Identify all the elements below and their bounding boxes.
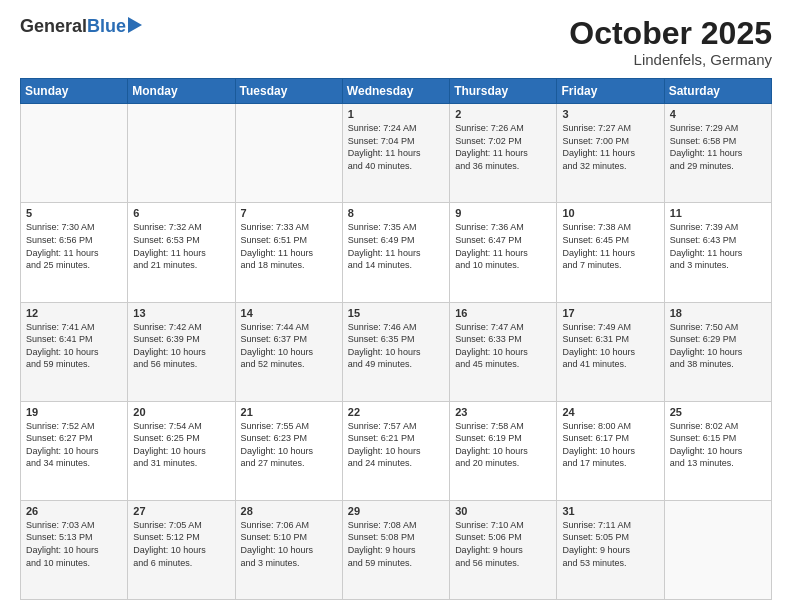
- calendar-cell: 28Sunrise: 7:06 AM Sunset: 5:10 PM Dayli…: [235, 500, 342, 599]
- day-number: 30: [455, 505, 551, 517]
- day-info: Sunrise: 7:41 AM Sunset: 6:41 PM Dayligh…: [26, 321, 122, 371]
- day-number: 31: [562, 505, 658, 517]
- calendar-dow-thursday: Thursday: [450, 79, 557, 104]
- calendar-cell: 10Sunrise: 7:38 AM Sunset: 6:45 PM Dayli…: [557, 203, 664, 302]
- calendar-cell: 30Sunrise: 7:10 AM Sunset: 5:06 PM Dayli…: [450, 500, 557, 599]
- day-number: 29: [348, 505, 444, 517]
- day-info: Sunrise: 7:36 AM Sunset: 6:47 PM Dayligh…: [455, 221, 551, 271]
- day-number: 20: [133, 406, 229, 418]
- day-number: 3: [562, 108, 658, 120]
- day-info: Sunrise: 7:52 AM Sunset: 6:27 PM Dayligh…: [26, 420, 122, 470]
- calendar-header-row: SundayMondayTuesdayWednesdayThursdayFrid…: [21, 79, 772, 104]
- calendar-week-3: 12Sunrise: 7:41 AM Sunset: 6:41 PM Dayli…: [21, 302, 772, 401]
- calendar-week-1: 1Sunrise: 7:24 AM Sunset: 7:04 PM Daylig…: [21, 104, 772, 203]
- calendar-cell: 7Sunrise: 7:33 AM Sunset: 6:51 PM Daylig…: [235, 203, 342, 302]
- day-info: Sunrise: 7:42 AM Sunset: 6:39 PM Dayligh…: [133, 321, 229, 371]
- calendar-dow-saturday: Saturday: [664, 79, 771, 104]
- day-info: Sunrise: 7:55 AM Sunset: 6:23 PM Dayligh…: [241, 420, 337, 470]
- day-info: Sunrise: 7:32 AM Sunset: 6:53 PM Dayligh…: [133, 221, 229, 271]
- day-number: 1: [348, 108, 444, 120]
- day-info: Sunrise: 7:10 AM Sunset: 5:06 PM Dayligh…: [455, 519, 551, 569]
- calendar-dow-sunday: Sunday: [21, 79, 128, 104]
- calendar-cell: 1Sunrise: 7:24 AM Sunset: 7:04 PM Daylig…: [342, 104, 449, 203]
- day-number: 12: [26, 307, 122, 319]
- day-number: 8: [348, 207, 444, 219]
- header: General Blue October 2025 Lindenfels, Ge…: [20, 16, 772, 68]
- calendar-cell: 20Sunrise: 7:54 AM Sunset: 6:25 PM Dayli…: [128, 401, 235, 500]
- day-number: 25: [670, 406, 766, 418]
- calendar-cell: [21, 104, 128, 203]
- calendar-cell: 6Sunrise: 7:32 AM Sunset: 6:53 PM Daylig…: [128, 203, 235, 302]
- calendar-cell: 16Sunrise: 7:47 AM Sunset: 6:33 PM Dayli…: [450, 302, 557, 401]
- day-number: 26: [26, 505, 122, 517]
- calendar-week-4: 19Sunrise: 7:52 AM Sunset: 6:27 PM Dayli…: [21, 401, 772, 500]
- day-info: Sunrise: 7:47 AM Sunset: 6:33 PM Dayligh…: [455, 321, 551, 371]
- calendar-cell: 12Sunrise: 7:41 AM Sunset: 6:41 PM Dayli…: [21, 302, 128, 401]
- day-number: 4: [670, 108, 766, 120]
- day-info: Sunrise: 7:39 AM Sunset: 6:43 PM Dayligh…: [670, 221, 766, 271]
- day-number: 7: [241, 207, 337, 219]
- day-number: 11: [670, 207, 766, 219]
- day-number: 21: [241, 406, 337, 418]
- calendar-cell: 19Sunrise: 7:52 AM Sunset: 6:27 PM Dayli…: [21, 401, 128, 500]
- calendar-cell: 24Sunrise: 8:00 AM Sunset: 6:17 PM Dayli…: [557, 401, 664, 500]
- logo-arrow-icon: [128, 17, 142, 33]
- day-info: Sunrise: 7:54 AM Sunset: 6:25 PM Dayligh…: [133, 420, 229, 470]
- day-info: Sunrise: 7:11 AM Sunset: 5:05 PM Dayligh…: [562, 519, 658, 569]
- day-info: Sunrise: 7:46 AM Sunset: 6:35 PM Dayligh…: [348, 321, 444, 371]
- calendar-dow-friday: Friday: [557, 79, 664, 104]
- day-number: 16: [455, 307, 551, 319]
- calendar-cell: 15Sunrise: 7:46 AM Sunset: 6:35 PM Dayli…: [342, 302, 449, 401]
- calendar-cell: 27Sunrise: 7:05 AM Sunset: 5:12 PM Dayli…: [128, 500, 235, 599]
- day-number: 28: [241, 505, 337, 517]
- calendar-week-5: 26Sunrise: 7:03 AM Sunset: 5:13 PM Dayli…: [21, 500, 772, 599]
- day-number: 27: [133, 505, 229, 517]
- calendar-week-2: 5Sunrise: 7:30 AM Sunset: 6:56 PM Daylig…: [21, 203, 772, 302]
- calendar-cell: 31Sunrise: 7:11 AM Sunset: 5:05 PM Dayli…: [557, 500, 664, 599]
- day-info: Sunrise: 7:29 AM Sunset: 6:58 PM Dayligh…: [670, 122, 766, 172]
- title-block: October 2025 Lindenfels, Germany: [569, 16, 772, 68]
- day-info: Sunrise: 7:44 AM Sunset: 6:37 PM Dayligh…: [241, 321, 337, 371]
- calendar-dow-tuesday: Tuesday: [235, 79, 342, 104]
- day-info: Sunrise: 7:03 AM Sunset: 5:13 PM Dayligh…: [26, 519, 122, 569]
- day-info: Sunrise: 7:38 AM Sunset: 6:45 PM Dayligh…: [562, 221, 658, 271]
- day-info: Sunrise: 7:26 AM Sunset: 7:02 PM Dayligh…: [455, 122, 551, 172]
- calendar-cell: 11Sunrise: 7:39 AM Sunset: 6:43 PM Dayli…: [664, 203, 771, 302]
- day-number: 24: [562, 406, 658, 418]
- logo-blue-text: Blue: [87, 16, 126, 37]
- calendar-cell: [664, 500, 771, 599]
- day-info: Sunrise: 7:49 AM Sunset: 6:31 PM Dayligh…: [562, 321, 658, 371]
- calendar-cell: 22Sunrise: 7:57 AM Sunset: 6:21 PM Dayli…: [342, 401, 449, 500]
- day-info: Sunrise: 7:50 AM Sunset: 6:29 PM Dayligh…: [670, 321, 766, 371]
- calendar-cell: 17Sunrise: 7:49 AM Sunset: 6:31 PM Dayli…: [557, 302, 664, 401]
- day-number: 14: [241, 307, 337, 319]
- month-title: October 2025: [569, 16, 772, 51]
- day-info: Sunrise: 8:00 AM Sunset: 6:17 PM Dayligh…: [562, 420, 658, 470]
- day-info: Sunrise: 7:08 AM Sunset: 5:08 PM Dayligh…: [348, 519, 444, 569]
- calendar-cell: 23Sunrise: 7:58 AM Sunset: 6:19 PM Dayli…: [450, 401, 557, 500]
- calendar-table: SundayMondayTuesdayWednesdayThursdayFrid…: [20, 78, 772, 600]
- logo: General Blue: [20, 16, 142, 37]
- day-info: Sunrise: 7:58 AM Sunset: 6:19 PM Dayligh…: [455, 420, 551, 470]
- day-info: Sunrise: 7:27 AM Sunset: 7:00 PM Dayligh…: [562, 122, 658, 172]
- page: General Blue October 2025 Lindenfels, Ge…: [0, 0, 792, 612]
- day-number: 9: [455, 207, 551, 219]
- day-number: 13: [133, 307, 229, 319]
- calendar-cell: 2Sunrise: 7:26 AM Sunset: 7:02 PM Daylig…: [450, 104, 557, 203]
- calendar-cell: 13Sunrise: 7:42 AM Sunset: 6:39 PM Dayli…: [128, 302, 235, 401]
- calendar-cell: 14Sunrise: 7:44 AM Sunset: 6:37 PM Dayli…: [235, 302, 342, 401]
- calendar-dow-monday: Monday: [128, 79, 235, 104]
- day-info: Sunrise: 7:35 AM Sunset: 6:49 PM Dayligh…: [348, 221, 444, 271]
- day-number: 5: [26, 207, 122, 219]
- calendar-cell: 18Sunrise: 7:50 AM Sunset: 6:29 PM Dayli…: [664, 302, 771, 401]
- calendar-cell: 9Sunrise: 7:36 AM Sunset: 6:47 PM Daylig…: [450, 203, 557, 302]
- location: Lindenfels, Germany: [569, 51, 772, 68]
- day-info: Sunrise: 7:06 AM Sunset: 5:10 PM Dayligh…: [241, 519, 337, 569]
- day-info: Sunrise: 7:05 AM Sunset: 5:12 PM Dayligh…: [133, 519, 229, 569]
- day-info: Sunrise: 8:02 AM Sunset: 6:15 PM Dayligh…: [670, 420, 766, 470]
- day-number: 23: [455, 406, 551, 418]
- day-info: Sunrise: 7:24 AM Sunset: 7:04 PM Dayligh…: [348, 122, 444, 172]
- day-number: 10: [562, 207, 658, 219]
- day-info: Sunrise: 7:33 AM Sunset: 6:51 PM Dayligh…: [241, 221, 337, 271]
- day-number: 6: [133, 207, 229, 219]
